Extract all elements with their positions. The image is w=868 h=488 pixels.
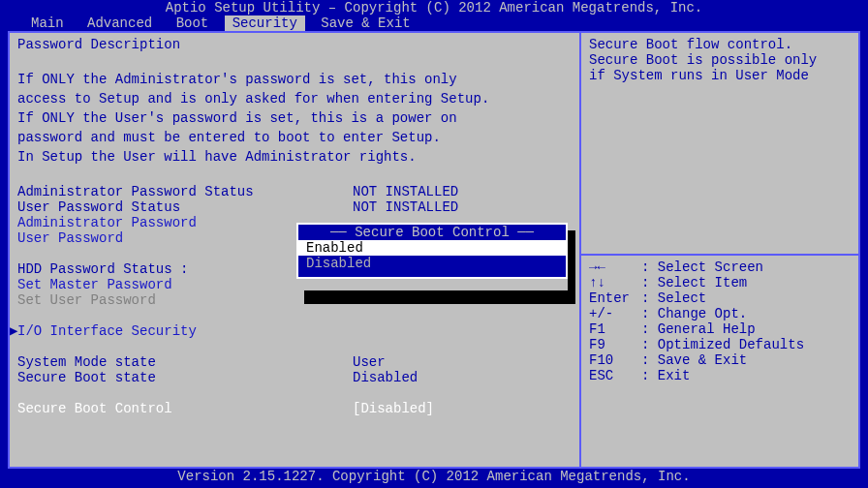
desc-line: If ONLY the Administrator's password is … — [17, 72, 579, 87]
secure-boot-control-value: [Disabled] — [353, 401, 434, 416]
secure-boot-state-value: Disabled — [353, 370, 418, 385]
secure-boot-control-label: Secure Boot Control — [17, 401, 353, 416]
desc-line: password and must be entered to boot to … — [17, 130, 579, 145]
key-desc: : General Help — [641, 321, 756, 337]
key-esc: ESC — [589, 368, 641, 383]
modal-shadow — [304, 290, 575, 304]
desc-line: access to Setup and is only asked for wh… — [17, 91, 579, 107]
menu-boot[interactable]: Boot — [169, 15, 217, 31]
divider-vertical — [579, 33, 581, 467]
key-desc: : Change Opt. — [641, 306, 747, 321]
key-f1: F1 — [589, 321, 641, 337]
system-mode-value: User — [353, 354, 386, 370]
key-desc: : Exit — [641, 368, 690, 383]
key-row: ESC: Exit — [589, 368, 858, 383]
key-desc: : Select Screen — [641, 259, 763, 275]
key-legend: →←: Select Screen ↑↓: Select Item Enter:… — [589, 259, 858, 383]
system-mode-label: System Mode state — [17, 354, 353, 370]
key-f9: F9 — [589, 337, 641, 352]
help-line: if System runs in User Mode — [589, 68, 858, 83]
key-plusminus: +/- — [589, 306, 641, 321]
key-f10: F10 — [589, 352, 641, 368]
secure-boot-control-modal: ── Secure Boot Control ── Enabled Disabl… — [296, 223, 568, 279]
system-mode-row: System Mode state User — [17, 354, 579, 370]
key-row: +/-: Change Opt. — [589, 306, 858, 321]
key-desc: : Save & Exit — [641, 352, 747, 368]
menu-main[interactable]: Main — [23, 15, 72, 31]
key-row: ↑↓: Select Item — [589, 275, 858, 290]
key-enter: Enter — [589, 290, 641, 306]
secure-boot-state-label: Secure Boot state — [17, 370, 353, 385]
user-pw-status-value: NOT INSTALLED — [353, 199, 458, 215]
key-row: Enter: Select — [589, 290, 858, 306]
desc-line: In Setup the User will have Administrato… — [17, 149, 579, 165]
secure-boot-control-row[interactable]: Secure Boot Control [Disabled] — [17, 401, 579, 416]
secure-boot-state-row: Secure Boot state Disabled — [17, 370, 579, 385]
help-line: Secure Boot flow control. — [589, 37, 858, 52]
io-interface-label: I/O Interface Security — [17, 323, 197, 339]
modal-title: ── Secure Boot Control ── — [298, 225, 566, 240]
help-panel: Secure Boot flow control. Secure Boot is… — [589, 37, 858, 83]
key-desc: : Optimized Defaults — [641, 337, 804, 352]
key-arrows-ud-icon: ↑↓ — [589, 275, 641, 290]
modal-shadow — [568, 230, 575, 290]
menu-security[interactable]: Security — [225, 15, 305, 31]
admin-pw-status-label: Administrator Password Status — [17, 184, 353, 199]
key-desc: : Select Item — [641, 275, 747, 290]
modal-option-enabled[interactable]: Enabled — [298, 240, 566, 256]
io-interface-security-link[interactable]: ▶ I/O Interface Security — [17, 323, 579, 339]
key-arrows-lr-icon: →← — [589, 259, 641, 275]
admin-pw-status-value: NOT INSTALLED — [353, 184, 458, 199]
key-row: F9: Optimized Defaults — [589, 337, 858, 352]
menu-save-exit[interactable]: Save & Exit — [313, 15, 418, 31]
key-row: →←: Select Screen — [589, 259, 858, 275]
admin-pw-status-row: Administrator Password Status NOT INSTAL… — [17, 184, 579, 199]
password-description-heading: Password Description — [17, 37, 579, 52]
modal-option-disabled[interactable]: Disabled — [298, 256, 566, 271]
key-row: F10: Save & Exit — [589, 352, 858, 368]
user-pw-status-row: User Password Status NOT INSTALLED — [17, 199, 579, 215]
key-row: F1: General Help — [589, 321, 858, 337]
help-line: Secure Boot is possible only — [589, 52, 858, 68]
titlebar: Aptio Setup Utility – Copyright (C) 2012… — [0, 0, 868, 15]
submenu-arrow-icon: ▶ — [10, 323, 17, 339]
footer: Version 2.15.1227. Copyright (C) 2012 Am… — [0, 469, 868, 484]
main-frame: Password Description If ONLY the Adminis… — [8, 31, 860, 469]
menubar: Main Advanced Boot Security Save & Exit — [0, 15, 868, 31]
desc-line: If ONLY the User's password is set, this… — [17, 110, 579, 126]
user-pw-status-label: User Password Status — [17, 199, 353, 215]
divider-horizontal — [581, 254, 858, 256]
key-desc: : Select — [641, 290, 706, 306]
menu-advanced[interactable]: Advanced — [79, 15, 160, 31]
